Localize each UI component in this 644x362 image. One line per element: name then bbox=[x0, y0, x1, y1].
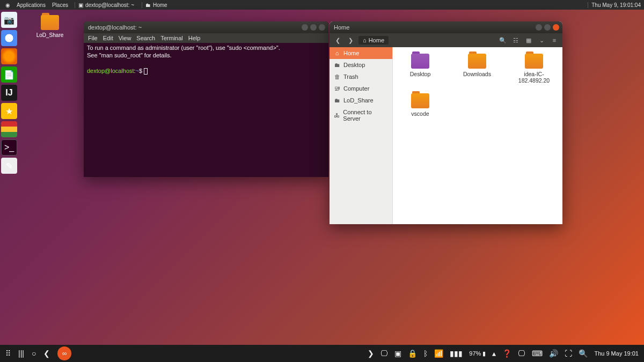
nav-forward-button[interactable]: ❯ bbox=[346, 35, 355, 45]
sidebar-item-trash[interactable]: 🗑Trash bbox=[330, 71, 392, 83]
folder-label: vscode bbox=[399, 110, 441, 117]
folder-idea[interactable]: idea-IC-182.4892.20 bbox=[513, 54, 555, 84]
tray-monitor-icon[interactable]: 🖵 bbox=[518, 349, 525, 358]
folder-icon bbox=[468, 54, 486, 69]
launcher-chromium[interactable] bbox=[1, 30, 17, 46]
launcher-firefox[interactable] bbox=[1, 48, 17, 64]
tray-search-icon[interactable]: 🔍 bbox=[579, 349, 588, 358]
folder-icon: 🖿 bbox=[334, 62, 340, 68]
terminal-cursor bbox=[144, 68, 148, 75]
expand-tray-button[interactable]: ❯ bbox=[368, 349, 374, 358]
tray-screenshot-icon[interactable]: ▣ bbox=[394, 349, 401, 358]
launcher-terminal[interactable]: >_ bbox=[1, 139, 17, 156]
folder-desktop[interactable]: Desktop bbox=[399, 54, 441, 84]
app-grid-button[interactable]: ⠿ bbox=[5, 349, 11, 358]
hamburger-menu-button[interactable]: ≡ bbox=[550, 35, 559, 45]
tray-lock-icon[interactable]: 🔒 bbox=[408, 349, 417, 358]
menu-help[interactable]: Help bbox=[188, 35, 201, 41]
minimize-button[interactable] bbox=[302, 24, 308, 31]
menu-file[interactable]: File bbox=[88, 35, 98, 41]
sidebar-item-connect-server[interactable]: 🖧Connect to Server bbox=[330, 106, 392, 124]
launcher-text-editor[interactable]: ✎ bbox=[1, 158, 17, 174]
bottom-panel-clock[interactable]: Thu 9 May 19:01 bbox=[594, 350, 639, 357]
maximize-button[interactable] bbox=[544, 24, 551, 31]
desktop-folder-label: LoD_Share bbox=[31, 32, 69, 38]
terminal-prompt-user: dextop@localhost bbox=[87, 68, 134, 74]
recents-button[interactable]: ||| bbox=[18, 349, 24, 358]
taskbar-terminal-label: dextop@localhost: ~ bbox=[85, 2, 134, 8]
tray-help-icon[interactable]: ❓ bbox=[502, 349, 511, 358]
trash-icon: 🗑 bbox=[334, 73, 340, 80]
top-panel-clock[interactable]: Thu May 9, 19:01:04 bbox=[588, 2, 641, 8]
terminal-icon: ▣ bbox=[78, 2, 83, 8]
path-label: Home bbox=[369, 37, 384, 43]
applications-menu[interactable]: Applications bbox=[14, 2, 48, 8]
close-button[interactable] bbox=[553, 24, 559, 31]
menu-terminal[interactable]: Terminal bbox=[160, 35, 183, 41]
sidebar-item-label: Trash bbox=[343, 73, 358, 80]
terminal-line: To run a command as administrator (user … bbox=[87, 45, 280, 51]
menu-search[interactable]: Search bbox=[136, 35, 155, 41]
filemanager-window[interactable]: Home ❮ ❯ ⌂ Home 🔍 ☷ ▦ ⌄ ≡ ⌂Home 🖿Desktop… bbox=[330, 21, 562, 224]
menu-view[interactable]: View bbox=[119, 35, 131, 41]
tray-fullscreen-icon[interactable]: ⛶ bbox=[565, 349, 572, 358]
tray-chevron-up-icon[interactable]: ▴ bbox=[492, 349, 496, 358]
launcher-screenshot[interactable]: 📷 bbox=[1, 12, 17, 28]
tray-bluetooth-icon[interactable]: ᛒ bbox=[423, 349, 428, 358]
computer-icon: 🖳 bbox=[334, 85, 340, 92]
launcher-intellij[interactable]: IJ bbox=[1, 85, 17, 101]
terminal-window[interactable]: dextop@localhost: ~ File Edit View Searc… bbox=[84, 21, 328, 177]
sidebar-item-lodshare[interactable]: 🖿LoD_Share bbox=[330, 94, 392, 106]
tray-display-icon[interactable]: 🖵 bbox=[380, 349, 388, 358]
tray-keyboard-icon[interactable]: ⌨ bbox=[532, 349, 543, 358]
folder-label: Downloads bbox=[456, 71, 498, 77]
sidebar-item-computer[interactable]: 🖳Computer bbox=[330, 83, 392, 94]
desktop-folder-lodshare[interactable]: LoD_Share bbox=[31, 15, 69, 38]
close-button[interactable] bbox=[319, 24, 325, 31]
taskbar-terminal[interactable]: ▣ dextop@localhost: ~ bbox=[75, 2, 137, 8]
sidebar-item-desktop[interactable]: 🖿Desktop bbox=[330, 59, 392, 71]
terminal-titlebar[interactable]: dextop@localhost: ~ bbox=[84, 21, 328, 33]
tray-volume-icon[interactable]: 🔊 bbox=[549, 349, 558, 358]
folder-icon bbox=[525, 54, 543, 69]
terminal-prompt-end: $ bbox=[139, 68, 144, 74]
view-grid-button[interactable]: ▦ bbox=[524, 35, 533, 45]
path-bar[interactable]: ⌂ Home bbox=[358, 36, 389, 45]
minimize-button[interactable] bbox=[536, 24, 542, 31]
launcher-anki[interactable]: ★ bbox=[1, 103, 17, 119]
bottom-panel: ⠿ ||| ○ ❮ ∞ ❯ 🖵 ▣ 🔒 ᛒ 📶 ▮▮▮ 97% ▮ ▴ ❓ 🖵 … bbox=[0, 345, 644, 362]
filemanager-titlebar[interactable]: Home bbox=[330, 21, 562, 33]
nav-back-button[interactable]: ❮ bbox=[333, 35, 342, 45]
terminal-body[interactable]: To run a command as administrator (user … bbox=[84, 43, 328, 76]
view-dropdown-button[interactable]: ⌄ bbox=[537, 35, 546, 45]
sidebar-item-home[interactable]: ⌂Home bbox=[330, 47, 392, 59]
gnome-menu-icon[interactable]: ◉ bbox=[3, 2, 12, 8]
folder-icon bbox=[411, 93, 429, 108]
view-list-button[interactable]: ☷ bbox=[511, 35, 521, 45]
launcher-libreoffice[interactable]: 📄 bbox=[1, 67, 17, 83]
filemanager-content[interactable]: Desktop Downloads idea-IC-182.4892.20 vs… bbox=[393, 47, 562, 224]
sidebar-item-label: Connect to Server bbox=[343, 109, 388, 122]
tray-battery[interactable]: 97% ▮ bbox=[469, 350, 486, 357]
folder-downloads[interactable]: Downloads bbox=[456, 54, 498, 84]
folder-label: idea-IC-182.4892.20 bbox=[513, 71, 555, 84]
taskbar-home[interactable]: 🖿 Home bbox=[142, 2, 171, 8]
folder-vscode[interactable]: vscode bbox=[399, 93, 441, 117]
top-panel: ◉ Applications Places ▣ dextop@localhost… bbox=[0, 0, 644, 10]
network-icon: 🖧 bbox=[334, 112, 340, 119]
folder-icon bbox=[41, 15, 59, 30]
search-button[interactable]: 🔍 bbox=[498, 35, 508, 45]
back-button[interactable]: ❮ bbox=[43, 349, 50, 358]
maximize-button[interactable] bbox=[310, 24, 317, 31]
pinned-app[interactable]: ∞ bbox=[57, 346, 71, 360]
launcher-dictionary[interactable] bbox=[1, 121, 17, 137]
taskbar-home-label: Home bbox=[153, 2, 167, 8]
home-button[interactable]: ○ bbox=[32, 349, 36, 358]
tray-signal-icon[interactable]: ▮▮▮ bbox=[450, 349, 463, 358]
terminal-menubar: File Edit View Search Terminal Help bbox=[84, 33, 328, 43]
filemanager-sidebar: ⌂Home 🖿Desktop 🗑Trash 🖳Computer 🖿LoD_Sha… bbox=[330, 47, 393, 224]
places-menu[interactable]: Places bbox=[50, 2, 70, 8]
tray-wifi-icon[interactable]: 📶 bbox=[434, 349, 443, 358]
sidebar-item-label: Computer bbox=[343, 85, 369, 92]
menu-edit[interactable]: Edit bbox=[103, 35, 113, 41]
